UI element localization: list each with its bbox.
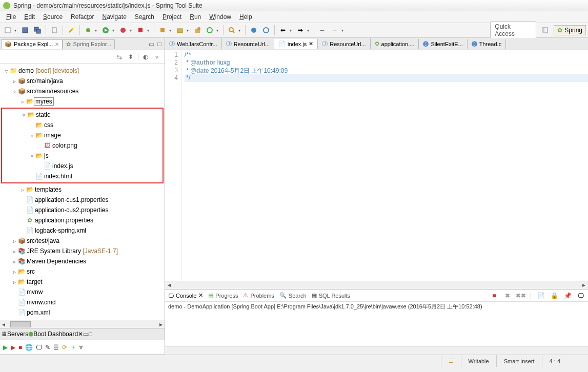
coverage-button[interactable]	[117, 25, 129, 36]
tab-silentexit[interactable]: 🅒SilentExitE...	[419, 39, 467, 49]
quick-access[interactable]: Quick Access	[490, 22, 536, 39]
task2-button[interactable]	[260, 25, 272, 36]
menu-help[interactable]: Help	[235, 12, 256, 22]
tab-console[interactable]: 🖵Console ✕	[168, 292, 203, 299]
tab-package-explorer[interactable]: 📦 Package Expl... ✕	[1, 39, 63, 49]
menu-source[interactable]: Source	[39, 12, 67, 22]
menu-edit[interactable]: Edit	[20, 12, 39, 22]
fwd-nav-button[interactable]: ➡	[295, 25, 306, 36]
remove-all-button[interactable]: ✖✖	[517, 292, 525, 300]
debug-button[interactable]	[83, 25, 94, 36]
filter-icon[interactable]: ☰	[53, 344, 59, 351]
tree-hscroll[interactable]: ◂▸	[0, 320, 165, 328]
new-class-button[interactable]	[192, 25, 203, 36]
refresh-icon[interactable]: ⟳	[62, 344, 67, 351]
svg-rect-4	[52, 28, 56, 33]
minimize-button[interactable]: ▭	[147, 40, 155, 48]
collapse-all-button[interactable]: ⇆	[115, 52, 124, 61]
bookmark-button[interactable]	[49, 25, 60, 36]
close-icon[interactable]: ✕	[309, 40, 313, 47]
status-insert: Smart Insert	[496, 355, 542, 367]
minimize-button[interactable]: ▭	[83, 330, 89, 338]
tab-search[interactable]: 🔍Search	[279, 292, 307, 299]
scroll-lock-button[interactable]: 🔒	[550, 292, 558, 300]
open-perspective-button[interactable]	[539, 25, 551, 36]
editor-tabs: ⒿWebJarsContr... ⒿResourceUrl... 📄index.…	[165, 38, 588, 50]
view-menu-button[interactable]: ▿	[152, 52, 161, 61]
tab-resourceurl-1[interactable]: ⒿResourceUrl...	[222, 38, 274, 49]
tab-resourceurl-2[interactable]: ⒿResourceUrl...	[318, 38, 370, 49]
menu-search[interactable]: Search	[131, 12, 158, 22]
menu-project[interactable]: Project	[158, 12, 186, 22]
svg-rect-13	[177, 29, 183, 33]
remove-button[interactable]: ✖	[503, 292, 512, 300]
perspective-spring[interactable]: ✿Spring	[554, 25, 586, 35]
link-editor-button[interactable]: ⬍	[126, 52, 135, 61]
tab-application[interactable]: ✿application....	[371, 39, 419, 49]
console-icon: 🖵	[168, 293, 174, 299]
menu-refactor[interactable]: Refactor	[67, 12, 98, 22]
back-button[interactable]: ←	[317, 25, 328, 36]
menu-icon[interactable]: ▿	[79, 344, 83, 351]
start-icon[interactable]: ▶	[3, 344, 8, 351]
task-button[interactable]	[248, 25, 259, 36]
stop-icon[interactable]: ■	[18, 344, 22, 351]
terminate-button[interactable]: ■	[490, 292, 498, 300]
stop-button[interactable]	[135, 25, 146, 36]
back-nav-button[interactable]: ⬅	[277, 25, 289, 36]
tab-index-js[interactable]: 📄index.js ✕	[274, 39, 318, 49]
tab-progress[interactable]: ▤Progress	[208, 292, 238, 299]
console-icon[interactable]: 🖵	[36, 344, 42, 351]
focus-button[interactable]: ◐	[141, 52, 150, 61]
save-all-button[interactable]	[32, 25, 43, 36]
tab-spring-explorer[interactable]: ✿ Spring Explor...	[63, 39, 115, 49]
menu-navigate[interactable]: Navigate	[98, 12, 130, 22]
console-hscroll[interactable]	[165, 346, 588, 355]
forward-button[interactable]: →	[329, 25, 340, 36]
new-type-button[interactable]	[204, 25, 215, 36]
package-explorer-toolbar: ⇆ ⬍ | ◐ ▿	[0, 50, 165, 64]
leaf-icon: ✿	[375, 40, 379, 47]
svg-point-16	[207, 28, 212, 33]
svg-line-18	[233, 31, 234, 33]
close-icon[interactable]: ✕	[198, 292, 203, 299]
new-button[interactable]	[2, 25, 13, 36]
left-view-tabs: 📦 Package Expl... ✕ ✿ Spring Explor... ▭…	[0, 38, 165, 50]
tab-webjarscontr[interactable]: ⒿWebJarsContr...	[165, 38, 222, 49]
tab-thread[interactable]: 🅒Thread.c	[468, 39, 506, 49]
wand-button[interactable]	[66, 25, 77, 36]
menu-run[interactable]: Run	[186, 12, 205, 22]
class-icon: 🅒	[423, 41, 429, 47]
save-button[interactable]	[19, 25, 31, 36]
tab-servers[interactable]: 🖥Servers	[1, 330, 28, 338]
svg-point-19	[251, 28, 256, 33]
run-button[interactable]	[100, 25, 111, 36]
menu-file[interactable]: File	[2, 12, 20, 22]
problems-icon: ⚠	[243, 292, 248, 299]
search-button[interactable]	[226, 25, 237, 36]
maximize-button[interactable]: □	[155, 40, 164, 48]
console-output[interactable]: demo - DemoApplication [Spring Boot App]…	[165, 302, 588, 325]
new-package-button[interactable]	[174, 25, 186, 36]
tab-boot-dashboard[interactable]: ⬢Boot Dashboard✕	[28, 330, 83, 338]
debug-icon[interactable]: ▶	[11, 344, 15, 351]
statusbar: ☰ Writable Smart Insert 4 : 4	[0, 355, 588, 367]
close-icon[interactable]: ✕	[78, 330, 83, 338]
tab-problems[interactable]: ⚠Problems	[243, 292, 274, 299]
globe-icon[interactable]: 🌐	[25, 344, 33, 351]
pin-button[interactable]: 📌	[563, 292, 572, 300]
maximize-button[interactable]: □	[89, 330, 92, 338]
close-icon[interactable]: ✕	[55, 42, 59, 47]
editor-hscroll[interactable]: ◂▸	[165, 281, 588, 289]
tab-sql[interactable]: ▦SQL Results	[312, 292, 350, 299]
line-gutter: 1234	[165, 50, 181, 281]
code-content[interactable]: /** * @author liuxg * @date 2016年5月2日 上午…	[181, 50, 588, 281]
display-button[interactable]: 🖵	[577, 292, 585, 300]
clear-button[interactable]: 📄	[537, 292, 545, 300]
add-icon[interactable]: ＋	[70, 343, 76, 352]
editor-area[interactable]: 1234 /** * @author liuxg * @date 2016年5月…	[165, 50, 588, 281]
package-explorer-tree[interactable]: ▿📁demo [boot] [devtools] ▹📦src/main/java…	[0, 64, 165, 320]
menu-window[interactable]: Window	[205, 12, 235, 22]
edit-icon[interactable]: ✎	[45, 344, 50, 351]
ext-tools-button[interactable]	[157, 25, 168, 36]
